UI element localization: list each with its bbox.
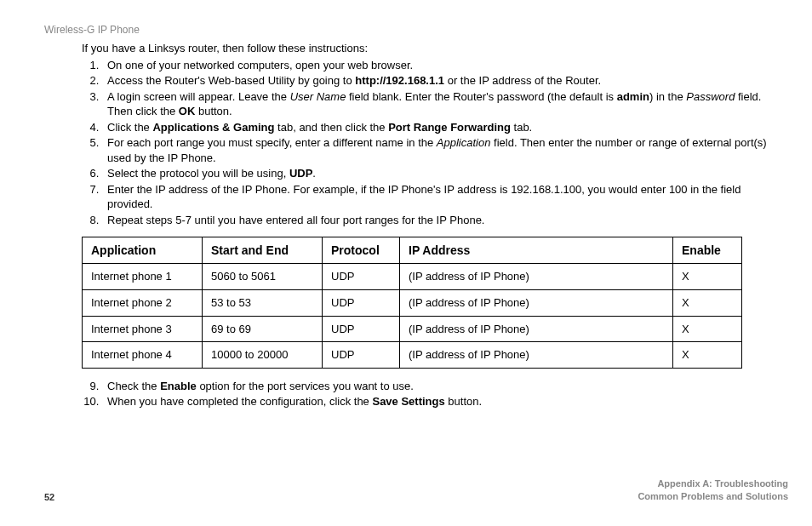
- table-row: Internet phone 3 69 to 69 UDP (IP addres…: [83, 316, 742, 342]
- cell-enable: X: [673, 264, 742, 290]
- cell-app: Internet phone 2: [83, 290, 203, 317]
- option-name: Enable: [160, 380, 197, 392]
- field-name: Application: [437, 136, 491, 149]
- document-header: Wireless-G IP Phone: [44, 24, 768, 36]
- th-application: Application: [83, 237, 203, 264]
- step-4: Click the Applications & Gaming tab, and…: [102, 120, 768, 135]
- text: Check the: [107, 380, 160, 392]
- cell-app: Internet phone 4: [83, 342, 203, 369]
- field-name: Password: [686, 90, 735, 103]
- cell-ip: (IP address of IP Phone): [400, 316, 673, 342]
- cell-range: 5060 to 5061: [203, 264, 323, 290]
- step-6: Select the protocol you will be using, U…: [102, 166, 768, 181]
- page-number: 52: [44, 492, 54, 502]
- text: option for the port services you want to…: [197, 380, 414, 392]
- step-10: When you have completed the configuratio…: [102, 394, 768, 409]
- step-1: On one of your networked computers, open…: [102, 58, 768, 73]
- instruction-list-continued: Check the Enable option for the port ser…: [82, 379, 768, 409]
- page-footer: 52 Appendix A: Troubleshooting Common Pr…: [44, 477, 788, 502]
- text: Select the protocol you will be using,: [107, 167, 289, 180]
- step-2: Access the Router's Web-based Utility by…: [102, 73, 768, 89]
- cell-range: 53 to 53: [203, 290, 323, 317]
- protocol-name: UDP: [289, 167, 312, 180]
- tab-name: Applications & Gaming: [152, 121, 274, 134]
- text: button.: [195, 105, 232, 117]
- field-name: User Name: [290, 90, 346, 103]
- intro-text: If you have a Linksys router, then follo…: [82, 41, 768, 56]
- table-row: Internet phone 4 10000 to 20000 UDP (IP …: [83, 342, 742, 369]
- url-text: http://192.168.1.1: [355, 74, 444, 87]
- table-header-row: Application Start and End Protocol IP Ad…: [83, 237, 742, 264]
- text: ) in the: [649, 90, 686, 103]
- cell-app: Internet phone 1: [83, 264, 203, 290]
- cell-proto: UDP: [323, 264, 400, 290]
- cell-proto: UDP: [323, 342, 400, 369]
- text: A login screen will appear. Leave the: [107, 90, 290, 103]
- port-forwarding-table: Application Start and End Protocol IP Ad…: [82, 237, 742, 369]
- text: tab.: [511, 121, 532, 134]
- table-row: Internet phone 2 53 to 53 UDP (IP addres…: [83, 290, 742, 317]
- th-enable: Enable: [673, 237, 742, 264]
- cell-range: 69 to 69: [203, 316, 323, 342]
- cell-proto: UDP: [323, 316, 400, 342]
- step-5: For each port range you must specify, en…: [102, 135, 768, 165]
- cell-enable: X: [673, 316, 742, 342]
- text: Access the Router's Web-based Utility by…: [107, 74, 355, 87]
- button-name: Save Settings: [372, 395, 444, 408]
- cell-ip: (IP address of IP Phone): [400, 264, 673, 290]
- text: For each port range you must specify, en…: [107, 136, 437, 149]
- appendix-line-1: Appendix A: Troubleshooting: [638, 477, 788, 489]
- step-7: Enter the IP address of the IP Phone. Fo…: [102, 182, 768, 212]
- tab-name: Port Range Forwarding: [388, 121, 511, 134]
- text: .: [312, 167, 316, 180]
- th-start-end: Start and End: [203, 237, 323, 264]
- text: field blank. Enter the Router's password…: [346, 90, 616, 103]
- th-ip-address: IP Address: [400, 237, 673, 264]
- text: Click the: [107, 121, 152, 134]
- table-row: Internet phone 1 5060 to 5061 UDP (IP ad…: [83, 264, 742, 290]
- text: or the IP address of the Router.: [444, 74, 601, 87]
- cell-ip: (IP address of IP Phone): [400, 290, 673, 317]
- text: When you have completed the configuratio…: [107, 395, 372, 408]
- text: button.: [445, 395, 482, 408]
- cell-ip: (IP address of IP Phone): [400, 342, 673, 369]
- th-protocol: Protocol: [323, 237, 400, 264]
- default-value: admin: [617, 90, 649, 103]
- cell-enable: X: [673, 342, 742, 369]
- cell-proto: UDP: [323, 290, 400, 317]
- cell-range: 10000 to 20000: [203, 342, 323, 369]
- step-3: A login screen will appear. Leave the Us…: [102, 89, 768, 119]
- cell-app: Internet phone 3: [83, 316, 203, 342]
- button-name: OK: [179, 105, 196, 117]
- text: tab, and then click the: [274, 121, 388, 134]
- appendix-label: Appendix A: Troubleshooting Common Probl…: [638, 477, 788, 502]
- body-content: If you have a Linksys router, then follo…: [44, 41, 768, 409]
- step-9: Check the Enable option for the port ser…: [102, 379, 768, 394]
- step-8: Repeat steps 5-7 until you have entered …: [102, 213, 768, 228]
- instruction-list: On one of your networked computers, open…: [82, 58, 768, 228]
- cell-enable: X: [673, 290, 742, 317]
- appendix-line-2: Common Problems and Solutions: [638, 490, 788, 502]
